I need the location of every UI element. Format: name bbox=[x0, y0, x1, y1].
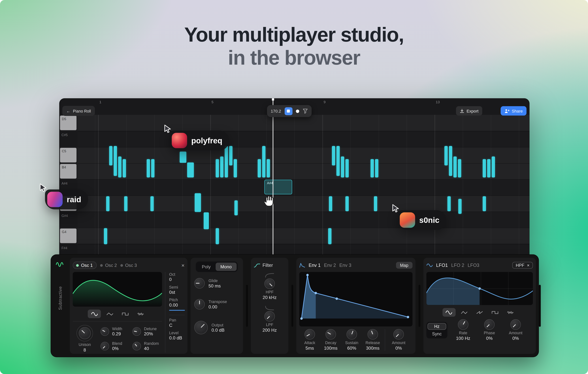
tab-osc1[interactable]: Osc 1 bbox=[73, 261, 97, 269]
resize-handle[interactable] bbox=[291, 285, 293, 327]
noise-wave-button[interactable] bbox=[504, 308, 517, 317]
square-wave-button[interactable] bbox=[118, 310, 132, 318]
stop-button[interactable] bbox=[284, 107, 292, 115]
lfo-display[interactable] bbox=[426, 272, 533, 305]
tab-env3[interactable]: Env 3 bbox=[339, 263, 351, 268]
midi-note[interactable] bbox=[453, 157, 457, 178]
piano-key-G#4[interactable]: G#4 bbox=[59, 212, 78, 228]
midi-note[interactable] bbox=[234, 200, 238, 215]
midi-note[interactable] bbox=[216, 228, 219, 244]
export-button[interactable]: Export bbox=[456, 106, 482, 116]
midi-note[interactable] bbox=[447, 196, 451, 211]
tab-env2[interactable]: Env 2 bbox=[324, 263, 336, 268]
piano-key-F#4[interactable]: F#4 bbox=[59, 244, 78, 256]
attack-knob[interactable] bbox=[304, 329, 315, 340]
detune-knob[interactable] bbox=[132, 327, 141, 336]
midi-note[interactable] bbox=[262, 146, 265, 178]
blend-knob[interactable] bbox=[100, 342, 109, 350]
transpose-knob[interactable] bbox=[194, 299, 205, 310]
midi-note[interactable] bbox=[328, 228, 332, 244]
midi-note[interactable] bbox=[346, 159, 349, 178]
poly-option[interactable]: Poly bbox=[197, 263, 215, 271]
record-button[interactable] bbox=[296, 109, 299, 113]
playhead[interactable] bbox=[273, 98, 273, 256]
midi-note[interactable] bbox=[151, 159, 154, 178]
midi-note[interactable] bbox=[374, 196, 377, 211]
width-knob[interactable] bbox=[100, 327, 109, 336]
midi-note[interactable] bbox=[118, 157, 121, 178]
midi-note[interactable] bbox=[444, 146, 448, 165]
share-button[interactable]: Share bbox=[501, 106, 526, 116]
pan-value[interactable]: C bbox=[169, 323, 185, 328]
tab-lfo2[interactable]: LFO 2 bbox=[451, 263, 464, 268]
piano-key-C5[interactable]: C5 bbox=[59, 147, 78, 163]
output-knob[interactable] bbox=[194, 321, 208, 334]
tab-env1[interactable]: Env 1 bbox=[309, 263, 321, 268]
random-knob[interactable] bbox=[132, 342, 141, 350]
resize-handle[interactable] bbox=[539, 285, 541, 327]
piano-key-B4[interactable]: B4 bbox=[59, 163, 78, 179]
oct-value[interactable]: 0 bbox=[169, 277, 185, 282]
pitch-value[interactable]: 0.00 bbox=[169, 302, 185, 308]
envelope-display[interactable] bbox=[299, 272, 412, 326]
sine-wave-button[interactable] bbox=[88, 310, 101, 318]
back-button[interactable]: ← Piano Roll bbox=[62, 106, 95, 116]
phase-knob[interactable] bbox=[484, 319, 495, 330]
map-button[interactable]: Map bbox=[396, 262, 413, 268]
midi-note[interactable] bbox=[106, 196, 109, 211]
piano-key-D5[interactable]: D5 bbox=[59, 115, 78, 131]
sine-wave-button[interactable] bbox=[442, 308, 455, 317]
tab-lfo3[interactable]: LFO3 bbox=[468, 263, 479, 268]
midi-note[interactable] bbox=[229, 146, 232, 165]
triangle-wave-button[interactable] bbox=[458, 308, 471, 317]
piano-key-C#5[interactable]: C#5 bbox=[59, 131, 78, 147]
rate-knob[interactable] bbox=[458, 319, 468, 330]
midi-note[interactable] bbox=[258, 159, 261, 178]
unison-knob[interactable] bbox=[79, 327, 91, 339]
midi-note[interactable] bbox=[483, 196, 486, 211]
midi-note[interactable] bbox=[180, 151, 186, 163]
lfo-amount-knob[interactable] bbox=[510, 319, 521, 330]
semi-value[interactable]: 0st bbox=[169, 290, 185, 295]
midi-note[interactable] bbox=[332, 146, 335, 165]
noise-wave-button[interactable] bbox=[134, 310, 147, 318]
release-knob[interactable] bbox=[368, 329, 378, 340]
level-value[interactable]: 0.0 dB bbox=[169, 335, 185, 341]
hz-option[interactable]: Hz bbox=[428, 323, 446, 330]
midi-note[interactable] bbox=[195, 193, 201, 212]
midi-note[interactable] bbox=[234, 159, 237, 178]
selected-midi-note[interactable]: A#4 bbox=[264, 180, 292, 194]
midi-note[interactable] bbox=[216, 159, 219, 178]
decay-knob[interactable] bbox=[326, 329, 336, 340]
midi-note[interactable] bbox=[458, 159, 461, 178]
close-icon[interactable]: × bbox=[527, 263, 530, 267]
env-amount-knob[interactable] bbox=[393, 329, 404, 340]
midi-note[interactable] bbox=[341, 157, 344, 178]
midi-note[interactable] bbox=[492, 157, 495, 178]
note-grid[interactable]: A#4 bbox=[78, 115, 530, 256]
midi-note[interactable] bbox=[329, 196, 332, 211]
lfo-target-badge[interactable]: HPF × bbox=[512, 262, 533, 268]
mono-option[interactable]: Mono bbox=[215, 263, 236, 271]
filter-notes-button[interactable] bbox=[303, 108, 308, 114]
midi-note[interactable] bbox=[346, 196, 349, 211]
midi-note[interactable] bbox=[104, 228, 107, 244]
hpf-knob[interactable] bbox=[264, 278, 275, 289]
tab-osc3[interactable]: Osc 3 bbox=[120, 263, 137, 268]
midi-note[interactable] bbox=[449, 146, 452, 176]
midi-note[interactable] bbox=[114, 146, 117, 176]
midi-note[interactable] bbox=[109, 146, 113, 165]
resize-handle[interactable] bbox=[246, 285, 248, 327]
triangle-wave-button[interactable] bbox=[103, 310, 116, 318]
midi-note[interactable] bbox=[375, 159, 378, 178]
tab-osc2[interactable]: Osc 2 bbox=[100, 263, 117, 268]
midi-note[interactable] bbox=[267, 159, 270, 178]
sustain-knob[interactable] bbox=[346, 329, 357, 340]
osc-waveform-display[interactable] bbox=[73, 272, 162, 307]
midi-note[interactable] bbox=[150, 196, 154, 211]
lpf-knob[interactable] bbox=[264, 311, 275, 322]
glide-knob[interactable] bbox=[194, 278, 205, 289]
midi-note[interactable] bbox=[336, 146, 340, 176]
midi-note[interactable] bbox=[124, 196, 127, 211]
resize-handle[interactable] bbox=[419, 285, 420, 327]
